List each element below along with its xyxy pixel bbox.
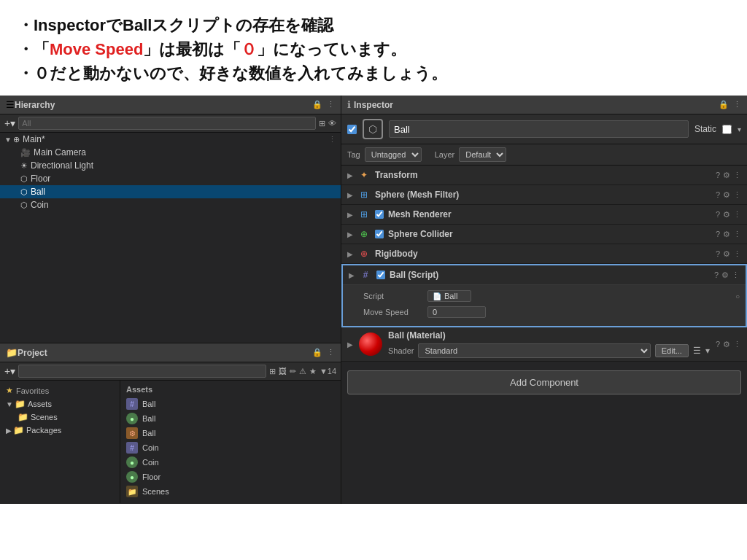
sphere-collider-help-icon[interactable]: ? [716, 230, 720, 238]
material-settings-icon[interactable]: ⚙ [723, 340, 730, 349]
project-filter2[interactable]: 🖼 [279, 367, 287, 376]
layer-label: Layer [435, 150, 455, 159]
sphere-collider-checkbox[interactable] [375, 230, 384, 238]
component-mesh-filter[interactable]: ▶ ⊞ Sphere (Mesh Filter) ? ⚙ ⋮ [341, 185, 747, 205]
list-item[interactable]: ⚙ Ball [126, 426, 335, 440]
asset-ball-hash-label: Ball [142, 400, 155, 408]
shader-arrow-icon[interactable]: ▾ [705, 346, 710, 356]
ball-script-menu-icon[interactable]: ⋮ [732, 271, 740, 280]
project-favorites[interactable]: ★ Favorites [0, 384, 120, 397]
list-item[interactable]: ● Coin [126, 455, 335, 470]
sphere-collider-row-icons: ? ⚙ ⋮ [716, 230, 741, 239]
rigidbody-menu-icon[interactable]: ⋮ [733, 249, 741, 259]
inspector-menu-icon[interactable]: ⋮ [733, 100, 741, 109]
inspector-title: Inspector [354, 100, 393, 110]
transform-icon: ✦ [357, 168, 371, 182]
project-menu-icon[interactable]: ⋮ [327, 348, 335, 357]
ball-script-settings-icon[interactable]: ⚙ [721, 271, 729, 280]
sidebar-item-scenes[interactable]: 📁 Scenes [0, 411, 120, 424]
project-filter1[interactable]: ⊞ [269, 367, 276, 376]
sphere-collider-settings-icon[interactable]: ⚙ [723, 230, 730, 239]
transform-menu-icon[interactable]: ⋮ [733, 171, 741, 180]
mesh-filter-settings-icon[interactable]: ⚙ [723, 190, 730, 200]
mesh-filter-help-icon[interactable]: ? [716, 190, 720, 199]
project-search-input[interactable] [18, 365, 266, 378]
hierarchy-add-btn[interactable]: +▾ [4, 117, 15, 129]
mesh-renderer-settings-icon[interactable]: ⚙ [723, 210, 730, 219]
ball-script-help-icon[interactable]: ? [714, 271, 719, 279]
hierarchy-search-input[interactable] [18, 117, 316, 130]
project-sidebar: ★ Favorites ▼ 📁 Assets 📁 Scenes ▶ 📁 [0, 381, 120, 503]
mesh-renderer-menu-icon[interactable]: ⋮ [733, 210, 741, 219]
coin-icon: ⬡ [20, 201, 28, 210]
hierarchy-options-icon[interactable]: 👁 [328, 119, 336, 128]
hierarchy-toolbar: +▾ ⊞ 👁 [0, 114, 341, 133]
rigidbody-settings-icon[interactable]: ⚙ [723, 249, 730, 259]
ball-script-header[interactable]: ▶ # Ball (Script) ? ⚙ ⋮ [343, 265, 746, 285]
mesh-renderer-icon: ⊞ [357, 208, 371, 221]
hierarchy-item-light[interactable]: ☀ Directional Light [0, 159, 341, 172]
mesh-renderer-help-icon[interactable]: ? [716, 210, 720, 219]
hierarchy-item-light-label: Directional Light [31, 160, 93, 171]
instruction-line3: ・０だと動かないので、好きな数値を入れてみましょう。 [18, 61, 729, 85]
mesh-filter-menu-icon[interactable]: ⋮ [733, 190, 741, 200]
script-open-icon[interactable]: ○ [735, 292, 740, 300]
inspector-header: ℹ Inspector 🔒 ⋮ [341, 96, 747, 114]
component-sphere-collider[interactable]: ▶ ⊕ Sphere Collider ? ⚙ ⋮ [341, 225, 747, 244]
floor-ball-icon: ● [126, 471, 138, 483]
hierarchy-item-camera[interactable]: 🎥 Main Camera [0, 146, 341, 159]
project-header: 📁 Project 🔒 ⋮ [0, 343, 341, 362]
hierarchy-menu-icon[interactable]: ⋮ [327, 100, 335, 109]
static-checkbox[interactable] [722, 125, 732, 134]
sidebar-item-assets[interactable]: ▼ 📁 Assets [0, 397, 120, 411]
hierarchy-item-floor[interactable]: ⬡ Floor [0, 172, 341, 185]
static-dropdown-icon[interactable]: ▾ [738, 125, 741, 133]
layer-select[interactable]: Default [459, 147, 506, 162]
ball-script-panel: ▶ # Ball (Script) ? ⚙ ⋮ Script 📄 [341, 264, 747, 327]
material-arrow-icon: ▶ [347, 341, 353, 349]
mesh-filter-row-icons: ? ⚙ ⋮ [716, 190, 741, 200]
main-menu-icon[interactable]: ⋮ [328, 135, 336, 144]
project-header-icons: 🔒 ⋮ [312, 348, 335, 357]
material-menu-icon[interactable]: ⋮ [733, 340, 741, 349]
list-item[interactable]: # Coin [126, 440, 335, 455]
hierarchy-item-ball[interactable]: ⬡ Ball [0, 185, 341, 198]
obj-name-input[interactable] [389, 120, 689, 138]
rigidbody-help-icon[interactable]: ? [716, 249, 720, 258]
shader-list-icon[interactable]: ☰ [693, 346, 701, 356]
project-filter3[interactable]: ✏ [290, 367, 296, 376]
project-filter4[interactable]: ⚠ [299, 367, 306, 376]
transform-settings-icon[interactable]: ⚙ [723, 171, 730, 180]
list-item[interactable]: ● Floor [126, 470, 335, 484]
tag-select[interactable]: Untagged [365, 147, 422, 162]
project-lock-icon[interactable]: 🔒 [312, 348, 322, 357]
transform-help-icon[interactable]: ? [716, 171, 720, 179]
list-item[interactable]: 📁 Scenes [126, 484, 335, 499]
hierarchy-item-coin[interactable]: ⬡ Coin [0, 198, 341, 211]
component-rigidbody[interactable]: ▶ ⊕ Rigidbody ? ⚙ ⋮ [341, 244, 747, 264]
component-mesh-renderer[interactable]: ▶ ⊞ Mesh Renderer ? ⚙ ⋮ [341, 205, 747, 225]
shader-select[interactable]: Standard [418, 343, 650, 358]
shader-row: Shader Standard Edit... ☰ ▾ [388, 343, 710, 358]
material-row-icons: ? ⚙ ⋮ [716, 340, 741, 349]
ball-script-arrow-icon: ▶ [349, 271, 355, 279]
component-transform[interactable]: ▶ ✦ Transform ? ⚙ ⋮ [341, 166, 747, 185]
ball-script-checkbox[interactable] [376, 271, 385, 279]
project-filter5[interactable]: ★ [309, 367, 317, 376]
assets-folder-label: Assets [126, 384, 335, 397]
hierarchy-item-main[interactable]: ▼ ⊕ Main* ⋮ [0, 133, 341, 146]
project-add-btn[interactable]: +▾ [4, 365, 15, 377]
material-help-icon[interactable]: ? [716, 340, 720, 349]
list-item[interactable]: # Ball [126, 397, 335, 411]
move-speed-input[interactable] [427, 306, 486, 318]
shader-edit-button[interactable]: Edit... [655, 344, 689, 357]
hierarchy-filter-icon[interactable]: ⊞ [319, 119, 325, 128]
hierarchy-lock-icon[interactable]: 🔒 [312, 100, 322, 109]
inspector-lock-icon[interactable]: 🔒 [719, 100, 729, 109]
add-component-button[interactable]: Add Component [347, 370, 741, 394]
obj-active-checkbox[interactable] [347, 125, 357, 134]
sidebar-item-packages[interactable]: ▶ 📁 Packages [0, 424, 120, 437]
list-item[interactable]: ● Ball [126, 411, 335, 426]
sphere-collider-menu-icon[interactable]: ⋮ [733, 230, 741, 239]
mesh-renderer-checkbox[interactable] [375, 210, 384, 219]
